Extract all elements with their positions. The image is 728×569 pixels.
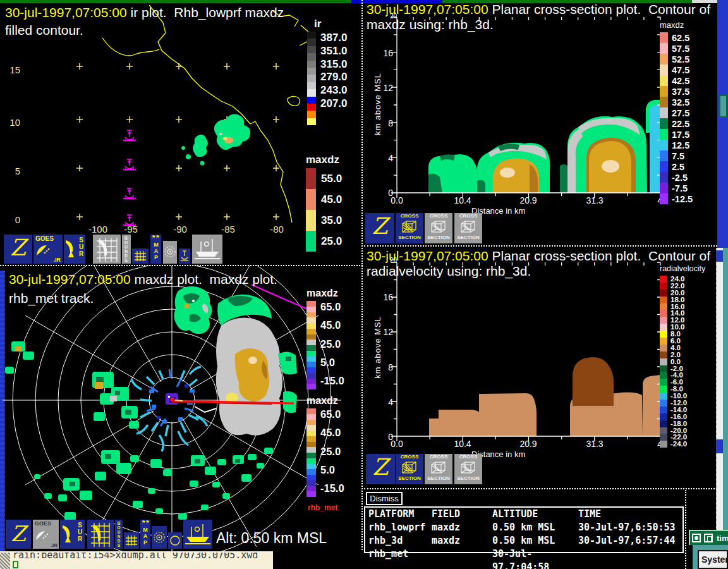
section-label: SECTION (454, 235, 482, 241)
ppi-colorbar-segment (306, 384, 316, 389)
ir-colorbar-tick: 243.0 (320, 84, 348, 97)
grid-button[interactable] (124, 532, 139, 549)
colorbar-row: 2.5 (660, 161, 718, 172)
zebra-menu-button[interactable]: Z (6, 520, 31, 549)
ppi-colorbar-segment (306, 447, 316, 453)
ppi-colorbar-segment (306, 491, 316, 497)
flag-icon: ⚑⚑ (142, 520, 150, 525)
colorbar-row: 20.0 (660, 290, 718, 297)
grid-button[interactable] (132, 248, 149, 264)
radar-dish-icon (61, 523, 73, 545)
ship-button[interactable] (192, 235, 222, 264)
grid-icon (125, 535, 138, 546)
ir-colorbar-segment (307, 82, 316, 89)
ppi-colorbar-segment (306, 442, 316, 448)
ir-colorbar-segment (307, 39, 316, 46)
map-maxdz-colorbar-row: 55.0 (306, 168, 361, 189)
surveillance-radar-button[interactable]: SUR (60, 520, 85, 549)
ppi-colorbar-segment (306, 345, 316, 351)
radar-grid-button[interactable] (93, 235, 121, 264)
bounds-button[interactable]: BOUNDS (122, 235, 131, 264)
tim-window-titlebar: tim (689, 530, 728, 545)
bounds-button[interactable]: BOUNDS (115, 520, 123, 549)
ppi-panel: 30-jul-1997,07:05:00 maxdz plot. maxdz p… (0, 266, 361, 551)
colorbar-row: 37.5 (660, 86, 718, 97)
zebra-menu-button[interactable]: Z (4, 235, 32, 264)
colorbar-row: 52.5 (660, 54, 718, 64)
colorbar-row: -2.0 (660, 365, 718, 372)
section-label: SECTION (425, 475, 452, 482)
map-label: MAP (153, 242, 159, 260)
colorbar-row: -10.0 (660, 393, 718, 400)
cross-section-button[interactable]: CROSS SECTION (454, 454, 482, 484)
background-window-fragment (719, 95, 727, 118)
ir-colorbar-tick: 351.0 (320, 45, 348, 58)
goes-ir-label: .IR (51, 542, 58, 548)
cross-section-button[interactable]: CROSS SECTION (425, 213, 452, 243)
cube-icon (430, 460, 447, 475)
colorbar-row: 10.0 (660, 324, 718, 331)
cross-label: CROSS (396, 454, 423, 460)
map-maxdz-colorbar-label: maxdz (306, 154, 361, 166)
circle-button[interactable] (168, 532, 182, 549)
ppi-colorbar-tick: 25.0 (320, 446, 344, 458)
colorbar-row: -7.5 (660, 183, 718, 193)
map-label: MAP (142, 527, 148, 546)
ir-colorbar-segment (307, 118, 316, 125)
terminal-text: rain:beaufait:154>xdump.all 970730.0705.… (13, 551, 258, 560)
cross-section-button[interactable]: CROSS SECTION (454, 213, 482, 243)
radar-grid-button[interactable] (87, 520, 114, 549)
terminal-scrollbar[interactable] (0, 553, 10, 569)
zebra-menu-button[interactable]: Z (366, 454, 395, 484)
surveillance-radar-button[interactable]: SUR (64, 235, 85, 264)
ppi-colorbar-2-bar (306, 408, 316, 497)
ir-colorbar-tick: 315.0 (320, 58, 348, 71)
ppi-colorbar-segment (306, 367, 316, 373)
status-table-row: rhb_met 30-Jul-97,7:04:58 (365, 548, 682, 569)
target-rings-button[interactable] (152, 526, 167, 549)
field-cell (432, 548, 492, 569)
ppi-colorbar-tick: 5.0 (320, 357, 344, 369)
colorbar-row: -18.0 (660, 420, 718, 427)
ppi-colorbar-segment (306, 408, 316, 414)
system-window: System (693, 545, 728, 569)
cross-label: CROSS (454, 213, 482, 219)
goes-ir-button[interactable]: GOES .IR (33, 235, 63, 264)
window-menu-icon[interactable] (692, 534, 701, 542)
zebra-screen: 30-jul-1997,07:05:00 ir plot. Rhb_lowprf… (0, 0, 728, 569)
separator-table-right (685, 490, 686, 569)
ppi-colorbar-segment (306, 379, 316, 384)
xsec-maxdz-colorbar-label: maxdz (660, 20, 718, 30)
cross-section-button-active[interactable]: CROSS SECTION (396, 454, 423, 484)
ppi-toolbar: Z GOES .IR SUR BOUNDS ⚑⚑ MAP (0, 520, 361, 549)
time-cell: 30-Jul-97,6:50:53 (578, 521, 682, 534)
status-header-cell: ALTITUDE (492, 508, 578, 521)
cross-label: CROSS (396, 213, 423, 219)
window-doc-icon[interactable] (704, 534, 713, 542)
ppi-colorbar-segment (306, 458, 316, 464)
zebra-menu-button[interactable]: Z (365, 213, 394, 243)
system-menu-label[interactable]: System (701, 554, 728, 565)
x-tick-label: 10.4 (447, 195, 478, 205)
buoy-button[interactable] (179, 248, 190, 264)
map-overlay-button[interactable]: ⚑⚑ MAP (140, 520, 150, 549)
ppi-colorbar-1-label: maxdz (306, 288, 361, 299)
circle-icon (169, 535, 181, 546)
cross-section-button-active[interactable]: CROSS SECTION (396, 213, 423, 243)
ship-button[interactable] (183, 520, 212, 549)
target-rings-button[interactable] (163, 241, 177, 264)
goes-ir-button[interactable]: GOES .IR (33, 520, 59, 549)
cross-section-button[interactable]: CROSS SECTION (425, 454, 452, 484)
time-cell: 30-Jul-97,6:57:44 (578, 534, 682, 548)
ppi-colorbar-segment (306, 312, 316, 318)
ir-colorbar-segment (307, 61, 316, 68)
ppi-colorbar-segment (306, 475, 316, 480)
sur-label: SUR (78, 236, 84, 257)
terminal-window[interactable]: rain:beaufait:154>xdump.all 970730.0705.… (0, 551, 273, 569)
map-overlay-button[interactable]: ⚑⚑ MAP (150, 235, 161, 264)
colorbar-row: 2.0 (660, 352, 718, 358)
colorbar-row: -12.0 (660, 400, 718, 407)
altitude-cell: 0.50 km MSL (492, 521, 578, 534)
ppi-colorbar-segment (306, 414, 316, 420)
dismiss-button[interactable]: Dismiss (366, 492, 403, 505)
